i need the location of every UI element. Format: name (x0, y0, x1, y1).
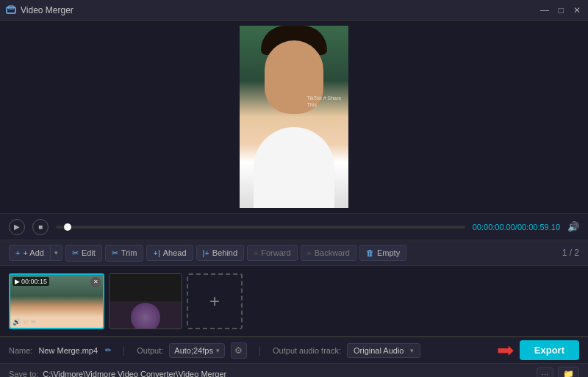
output-value: Auto;24fps (174, 346, 213, 355)
export-button[interactable]: Export (520, 340, 579, 360)
output-dropdown-arrow: ▾ (216, 347, 220, 354)
title-bar: Video Merger — □ ✕ (0, 0, 588, 21)
clip-2-bottom (110, 301, 182, 328)
add-clip-button[interactable]: + (187, 273, 243, 329)
stop-button[interactable]: ■ (32, 219, 49, 235)
add-main-button[interactable]: + + Add (10, 245, 50, 260)
edit-icon: ✂ (72, 248, 79, 258)
empty-label: Empty (377, 248, 400, 257)
save-path: C:\Vidmore\Vidmore Video Converter\Video… (43, 370, 531, 378)
preview-body (254, 127, 334, 208)
audio-dropdown-arrow: ▾ (410, 347, 414, 354)
arrow-right-icon: ➡ (497, 338, 514, 362)
edit-button[interactable]: ✂ Edit (65, 245, 102, 262)
forward-icon: « (254, 248, 258, 257)
forward-button[interactable]: « Forward (247, 245, 297, 261)
volume-icon[interactable]: 🔊 (567, 221, 579, 232)
add-dropdown-arrow[interactable]: ▾ (50, 246, 62, 259)
cut-icon: ✂ (31, 318, 37, 326)
name-value: New Merge.mp4 (38, 346, 98, 355)
app-icon (6, 5, 16, 15)
backward-button[interactable]: » Backward (301, 245, 356, 261)
trim-label: Trim (121, 248, 137, 257)
clip-2-circle (131, 303, 160, 328)
progress-bar[interactable] (56, 226, 465, 229)
time-display: 00:00:00.00/00:00:59.10 (473, 223, 560, 231)
export-section: ➡ Export (497, 338, 579, 362)
clip-1-icons: 🔊 ☆ ✂ (12, 318, 37, 326)
trim-icon: ✂ (112, 248, 118, 258)
app-title: Video Merger (21, 5, 74, 15)
close-button[interactable]: ✕ (572, 5, 582, 15)
title-bar-left: Video Merger (6, 5, 74, 15)
behind-button[interactable]: |+ Behind (196, 245, 245, 261)
minimize-button[interactable]: — (539, 5, 550, 15)
clip-1-duration: ▶ 00:00:15 (12, 277, 49, 286)
ahead-icon: +| (153, 248, 159, 257)
maximize-button[interactable]: □ (556, 5, 566, 15)
output-settings-button[interactable]: ⚙ (231, 342, 247, 359)
edit-label: Edit (82, 248, 96, 257)
controls-bar: ▶ ■ 00:00:00.00/00:00:59.10 🔊 (0, 213, 588, 240)
timeline-area: ▶ 00:00:15 ✕ 🔊 ☆ ✂ + (0, 266, 588, 337)
audio-track-select[interactable]: Original Audio ▾ (347, 343, 420, 358)
audio-label: Output audio track: (273, 346, 341, 355)
output-select[interactable]: Auto;24fps ▾ (169, 343, 225, 358)
status-bar: Name: New Merge.mp4 ✏ | Output: Auto;24f… (0, 337, 588, 363)
open-folder-button[interactable]: 📁 (558, 367, 579, 378)
output-label: Output: (137, 346, 163, 355)
toolbar: + + Add ▾ ✂ Edit ✂ Trim +| Ahead |+ Behi… (0, 240, 588, 266)
ahead-button[interactable]: +| Ahead (146, 245, 193, 261)
clip-2-thumbnail (110, 274, 182, 328)
folder-icon: 📁 (563, 369, 574, 378)
subtitle-icon: ☆ (23, 318, 29, 326)
behind-label: Behind (212, 248, 237, 257)
progress-dot[interactable] (64, 223, 71, 231)
ahead-label: Ahead (163, 248, 187, 257)
add-button-group: + + Add ▾ (9, 245, 62, 261)
forward-label: Forward (261, 248, 290, 257)
backward-label: Backward (315, 248, 350, 257)
edit-name-icon[interactable]: ✏ (105, 346, 111, 354)
clip-1-close[interactable]: ✕ (90, 277, 101, 287)
browse-button[interactable]: ··· (537, 367, 553, 378)
preview-frame: TikTok # Share This (240, 26, 348, 208)
clip-2[interactable] (109, 273, 182, 329)
video-preview: TikTok # Share This (240, 26, 348, 208)
tiktok-watermark: TikTok # Share This (307, 95, 348, 108)
window-controls: — □ ✕ (539, 5, 582, 15)
save-label: Save to: (9, 370, 38, 378)
behind-icon: |+ (203, 248, 209, 257)
save-bar: Save to: C:\Vidmore\Vidmore Video Conver… (0, 363, 588, 377)
video-icon-small: ▶ (15, 278, 20, 285)
add-plus-icon: + (15, 248, 20, 257)
preview-area: TikTok # Share This (0, 21, 588, 213)
play-button[interactable]: ▶ (9, 219, 25, 235)
trim-button[interactable]: ✂ Trim (105, 245, 144, 262)
backward-icon: » (307, 248, 312, 257)
audio-value: Original Audio (354, 346, 404, 355)
clip-2-top (110, 274, 182, 301)
add-label: + Add (23, 248, 43, 257)
audio-icon: 🔊 (12, 318, 21, 326)
page-count: 1 / 2 (562, 248, 579, 258)
empty-button[interactable]: 🗑 Empty (359, 245, 406, 261)
name-label: Name: (9, 346, 32, 355)
clip-1[interactable]: ▶ 00:00:15 ✕ 🔊 ☆ ✂ (9, 273, 104, 329)
trash-icon: 🗑 (366, 248, 374, 257)
